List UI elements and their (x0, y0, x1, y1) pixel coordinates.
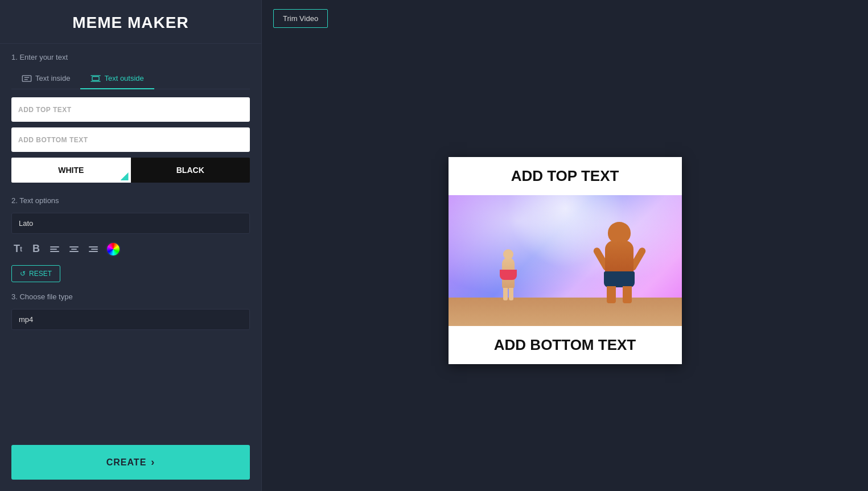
char-left-leg-2 (509, 288, 513, 300)
tab-text-outside[interactable]: Text outside (80, 69, 154, 89)
font-size-button[interactable]: Tt (11, 241, 24, 257)
align-left-button[interactable] (48, 244, 61, 254)
title-divider (0, 43, 261, 44)
align-right-button[interactable] (87, 244, 100, 254)
preview-area: ADD TOP TEXT (273, 39, 857, 482)
reset-button[interactable]: ↺ RESET (11, 265, 60, 282)
section-1-label: 1. Enter your text (11, 53, 250, 61)
white-button[interactable]: WHITE (11, 158, 131, 183)
meme-preview: ADD TOP TEXT (449, 157, 682, 364)
align-center-button[interactable] (67, 244, 81, 254)
reset-label: RESET (29, 270, 52, 278)
meme-top-text: ADD TOP TEXT (449, 157, 682, 195)
create-button[interactable]: CREATE › (11, 445, 250, 480)
text-format-toolbar: Tt B (11, 241, 250, 257)
bottom-text-input[interactable] (11, 127, 250, 152)
text-outside-icon (90, 75, 101, 82)
tab-text-inside-label: Text inside (35, 74, 70, 82)
char-left-leg-1 (503, 288, 508, 300)
file-type-section: 3. Choose file type mp4 gif webm jpg png (11, 292, 250, 339)
section-2-label: 2. Text options (11, 196, 250, 205)
meme-image (449, 195, 682, 326)
left-panel: MEME MAKER 1. Enter your text Text insid… (0, 0, 262, 491)
svg-rect-0 (22, 75, 31, 81)
stage-floor (449, 298, 682, 326)
char-left-skirt (500, 270, 517, 280)
char-right-leg-2 (623, 286, 632, 303)
create-label: CREATE (106, 457, 147, 468)
tab-text-inside[interactable]: Text inside (11, 69, 80, 89)
top-text-input[interactable] (11, 97, 250, 122)
right-panel: Trim Video ADD TOP TEXT (262, 0, 868, 491)
character-right (597, 218, 642, 303)
meme-bottom-text: ADD BOTTOM TEXT (449, 326, 682, 364)
section-3-label: 3. Choose file type (11, 292, 250, 301)
svg-rect-3 (92, 76, 99, 80)
file-type-select[interactable]: mp4 gif webm jpg png (11, 309, 250, 330)
text-options-section: 2. Text options Lato Arial Impact Georgi… (11, 196, 250, 282)
tab-text-outside-label: Text outside (104, 74, 143, 82)
reset-icon: ↺ (20, 270, 26, 278)
top-bar: Trim Video (273, 9, 857, 28)
character-left (494, 238, 523, 300)
color-picker-button[interactable] (106, 242, 121, 257)
color-button-group: WHITE BLACK (11, 158, 250, 183)
trim-video-button[interactable]: Trim Video (273, 9, 328, 28)
char-right-shorts (604, 271, 635, 287)
bold-button[interactable]: B (30, 241, 42, 257)
text-mode-tabs: Text inside Text outside (11, 69, 250, 89)
font-select[interactable]: Lato Arial Impact Georgia (11, 213, 250, 234)
chevron-right-icon: › (151, 456, 155, 468)
text-inside-icon (22, 75, 32, 82)
app-title: MEME MAKER (11, 0, 250, 43)
black-button[interactable]: BLACK (131, 158, 250, 183)
char-right-leg-1 (607, 286, 616, 303)
